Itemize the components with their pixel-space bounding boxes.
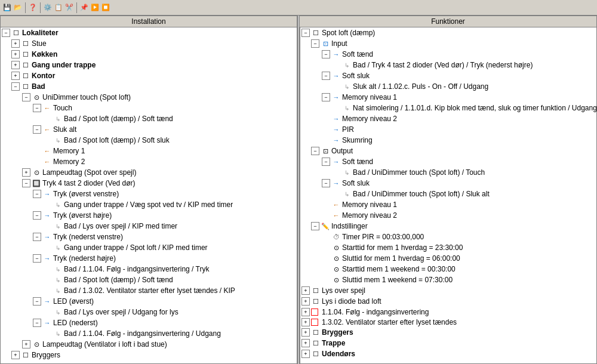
- expand-soft-sluk[interactable]: −: [322, 72, 330, 80]
- expand-vent2[interactable]: +: [301, 318, 310, 326]
- tree-row[interactable]: − ☐ Lokaliteter: [1, 27, 297, 38]
- help-icon[interactable]: ❓: [28, 3, 38, 13]
- tree-row[interactable]: − → Tryk (nederst højre): [1, 253, 297, 264]
- expand-unidimmer[interactable]: −: [22, 93, 30, 101]
- expand-tov[interactable]: −: [33, 190, 41, 198]
- tree-row[interactable]: + 1.1.04. Følg - indgangsinvertering: [300, 307, 596, 317]
- tree-row[interactable]: ⊙ Starttid mem 1 weekend = 00:30:00: [300, 264, 596, 274]
- tree-row[interactable]: ↳ Bad / Spot loft (dæmp) / Soft tænd: [1, 113, 297, 124]
- tree-row[interactable]: − → Tryk (nederst venstre): [1, 232, 297, 242]
- expand-kokken[interactable]: +: [11, 50, 20, 58]
- tree-row[interactable]: + ☐ Trappe: [300, 338, 596, 348]
- tree-row[interactable]: ↳ Bad / Lys over spejl / KIP med timer: [1, 221, 297, 232]
- expand-toh[interactable]: −: [33, 211, 41, 220]
- tree-row[interactable]: ↳ Bad / Spot loft (dæmp) / Soft tænd: [1, 274, 297, 285]
- tree-row[interactable]: + ⊙ Lampeudtag (Ventilator i loft i bad …: [1, 339, 297, 350]
- tree-row[interactable]: ↳ Bad / 1.1.04. Følg - indgangsinverteri…: [1, 264, 297, 274]
- left-tree[interactable]: − ☐ Lokaliteter + ☐ Stue + ☐ Køkken: [0, 27, 297, 364]
- tree-row[interactable]: ← Memory niveau 2: [300, 210, 596, 221]
- tree-row[interactable]: − ⊙ UniDimmer touch (Spot loft): [1, 92, 297, 103]
- tree-row[interactable]: − ☐ Bad: [1, 81, 297, 92]
- expand-udend[interactable]: +: [301, 350, 310, 358]
- tree-row[interactable]: − → LED (nederst): [1, 317, 297, 328]
- expand-soft-sluk-out[interactable]: −: [322, 179, 330, 187]
- expand-led-bot[interactable]: −: [33, 319, 41, 327]
- tree-row[interactable]: − ⊡ Input: [300, 38, 596, 49]
- tree-row[interactable]: − → Soft sluk: [300, 178, 596, 189]
- expand-tnv[interactable]: −: [33, 233, 41, 241]
- tree-row[interactable]: + 1.3.02. Ventilator starter efter lyset…: [300, 317, 596, 327]
- tree-row[interactable]: + ☐ Lys over spejl: [300, 285, 596, 296]
- tree-row[interactable]: ← Memory 1: [1, 146, 297, 156]
- tree-row[interactable]: − → LED (øverst): [1, 296, 297, 307]
- expand-trappe[interactable]: +: [301, 339, 310, 347]
- tree-row[interactable]: − → Soft tænd: [300, 156, 596, 167]
- expand-indstil[interactable]: −: [311, 222, 319, 230]
- expand-bryggers-r[interactable]: +: [301, 328, 310, 337]
- expand-lokaliteter[interactable]: −: [2, 29, 10, 37]
- expand-soft-taend[interactable]: −: [322, 50, 330, 58]
- tree-row[interactable]: − → Soft sluk: [300, 70, 596, 81]
- expand-stue[interactable]: +: [11, 39, 20, 48]
- expand-tnh[interactable]: −: [33, 254, 41, 263]
- tree-row[interactable]: − ✏️ Indstillinger: [300, 221, 596, 232]
- expand-lamp-vent[interactable]: +: [22, 340, 30, 348]
- tree-row[interactable]: − ← Touch: [1, 103, 297, 113]
- expand-gang[interactable]: +: [11, 61, 20, 69]
- play-icon[interactable]: ▶️: [90, 3, 100, 13]
- tree-row[interactable]: ↳ Bad / Lys over spejl / Udgang for lys: [1, 307, 297, 317]
- tree-row[interactable]: → PIR: [300, 124, 596, 135]
- tree-row[interactable]: ↳ Gang under trappe / Væg spot ved tv / …: [1, 199, 297, 210]
- expand-touch[interactable]: −: [33, 104, 41, 112]
- tree-row[interactable]: − ⊡ Output: [300, 146, 596, 156]
- tree-row[interactable]: − → Memory niveau 1: [300, 92, 596, 103]
- tree-row[interactable]: + ☐ Stue: [1, 38, 297, 49]
- open-icon[interactable]: 📂: [13, 3, 23, 13]
- expand-spot-loft[interactable]: −: [301, 29, 310, 37]
- tree-row[interactable]: ↳ Bad / UniDimmer touch (Spot loft) / Sl…: [300, 189, 596, 199]
- expand-input[interactable]: −: [311, 39, 319, 48]
- tree-row[interactable]: + ☐ Lys i diode bad loft: [300, 296, 596, 307]
- tree-row[interactable]: ↳ Bad / UniDimmer touch (Spot loft) / To…: [300, 167, 596, 178]
- tree-row[interactable]: + ☐ Udendørs: [300, 348, 596, 359]
- tree-row[interactable]: ↳ Bad / Spot loft (dæmp) / Soft sluk: [1, 135, 297, 146]
- tree-row[interactable]: + ☐ Bryggers: [300, 327, 596, 338]
- settings-icon[interactable]: ⚙️: [43, 3, 53, 13]
- tree-row[interactable]: ↳ Bad / Tryk 4 tast 2 dioder (Ved dør) /…: [300, 60, 596, 70]
- stop-icon[interactable]: ⏹️: [101, 3, 110, 13]
- expand-output[interactable]: −: [311, 147, 319, 155]
- expand-led-top[interactable]: −: [33, 297, 41, 306]
- tree-row[interactable]: + ☐ Bryggers: [1, 350, 297, 360]
- tree-row[interactable]: − → Soft tænd: [300, 49, 596, 60]
- expand-bryggers[interactable]: +: [11, 351, 20, 359]
- expand-sluk[interactable]: −: [33, 125, 41, 134]
- tree-row[interactable]: − ☐ Spot loft (dæmp): [300, 27, 596, 38]
- tree-row[interactable]: − → Tryk (øverst højre): [1, 210, 297, 221]
- tree-row[interactable]: ⊙ Sluttid mem 1 weekend = 07:30:00: [300, 274, 596, 285]
- expand-lys-diode[interactable]: +: [301, 297, 310, 306]
- tree-row[interactable]: ↳ Bad / 1.3.02. Ventilator starter efter…: [1, 285, 297, 296]
- expand-kontor[interactable]: +: [11, 72, 20, 80]
- tree-row[interactable]: ← Memory niveau 1: [300, 199, 596, 210]
- tree-row[interactable]: + ⊙ Lampeudtag (Spot over spejl): [1, 167, 297, 178]
- right-tree[interactable]: − ☐ Spot loft (dæmp) − ⊡ Input − → Soft …: [300, 27, 597, 364]
- tree-row[interactable]: ↳ Nat simolering / 1.1.01.d. Kip blok me…: [300, 103, 596, 113]
- clipboard-icon[interactable]: 📋: [54, 3, 63, 13]
- tree-row[interactable]: ⏱ Timer PIR = 00:03:00,000: [300, 232, 596, 242]
- expand-lys-spejl[interactable]: +: [301, 286, 310, 295]
- tree-row[interactable]: ⊙ Sluttid for mem 1 hverdag = 06:00:00: [300, 253, 596, 264]
- expand-lamp1[interactable]: +: [22, 168, 30, 177]
- tree-row[interactable]: + ☐ Kontor: [1, 70, 297, 81]
- tree-row[interactable]: + ☐ Køkken: [1, 49, 297, 60]
- expand-soft-taend-out[interactable]: −: [322, 158, 330, 166]
- save-icon[interactable]: 💾: [2, 3, 12, 13]
- tree-row[interactable]: − ← Sluk alt: [1, 124, 297, 135]
- tree-row[interactable]: ↳ Bad / 1.1.04. Følg - indgangsinverteri…: [1, 328, 297, 339]
- tree-row[interactable]: ↳ Sluk alt / 1.1.02.c. Puls - On - Off /…: [300, 81, 596, 92]
- tree-row[interactable]: ⊙ Starttid for mem 1 hverdag = 23:30:00: [300, 242, 596, 253]
- cut-icon[interactable]: ✂️: [64, 3, 74, 13]
- expand-tryk4[interactable]: −: [22, 179, 30, 187]
- pin-icon[interactable]: 📌: [79, 3, 89, 13]
- expand-mem1[interactable]: −: [322, 93, 330, 101]
- tree-row[interactable]: − 🔲 Tryk 4 tast 2 dioder (Ved dør): [1, 178, 297, 189]
